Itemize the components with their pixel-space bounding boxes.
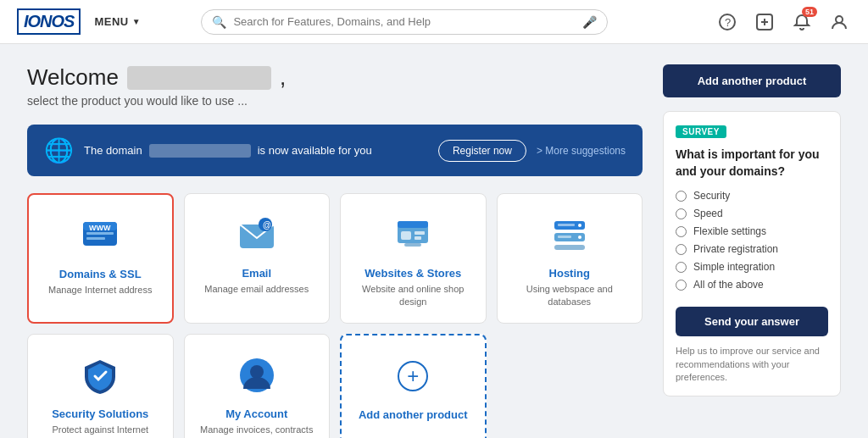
product-card-hosting[interactable]: Hosting Using webspace and databases bbox=[497, 193, 643, 324]
product-card-add[interactable]: + Add another product bbox=[340, 334, 487, 438]
product-card-domains-ssl[interactable]: WWW Domains & SSL Manage Internet addres… bbox=[27, 193, 174, 324]
product-card-account[interactable]: My Account Manage invoices, contracts an… bbox=[184, 334, 331, 438]
svg-rect-8 bbox=[86, 232, 114, 235]
survey-option-all[interactable]: All of the above bbox=[676, 279, 828, 291]
websites-icon bbox=[389, 211, 437, 258]
svg-rect-22 bbox=[554, 245, 585, 250]
add-product-title: Add another product bbox=[359, 408, 468, 421]
svg-point-5 bbox=[836, 16, 843, 23]
plus-circle-icon: + bbox=[398, 361, 428, 391]
survey-option-security[interactable]: Security bbox=[676, 190, 828, 202]
menu-label: MENU bbox=[94, 15, 128, 28]
survey-footer: Help us to improve our service and recom… bbox=[676, 345, 828, 384]
svg-rect-26 bbox=[558, 236, 571, 238]
search-bar: 🔍 🎤 bbox=[201, 9, 608, 35]
security-icon bbox=[76, 352, 124, 399]
product-desc-account: Manage invoices, contracts and account bbox=[195, 424, 320, 438]
product-desc-domains-ssl: Manage Internet address bbox=[48, 284, 152, 297]
svg-text:WWW: WWW bbox=[89, 224, 111, 232]
product-title-websites: Websites & Stores bbox=[364, 267, 461, 280]
header-icons: ? 51 bbox=[715, 10, 851, 34]
right-section: Add another product SURVEY What is impor… bbox=[663, 64, 841, 438]
survey-option-private[interactable]: Private registration bbox=[676, 243, 828, 255]
survey-badge: SURVEY bbox=[676, 125, 726, 138]
welcome-title: Welcome , bbox=[27, 64, 643, 91]
survey-radio-private[interactable] bbox=[676, 244, 687, 255]
username-blurred bbox=[127, 66, 271, 90]
notification-badge: 51 bbox=[802, 7, 817, 17]
survey-option-speed[interactable]: Speed bbox=[676, 208, 828, 219]
product-title-domains-ssl: Domains & SSL bbox=[59, 268, 142, 280]
survey-option-flexible[interactable]: Flexible settings bbox=[676, 225, 828, 237]
logo[interactable]: IONOS bbox=[17, 8, 81, 35]
hosting-icon bbox=[546, 211, 593, 258]
product-card-email[interactable]: @ Email Manage email addresses bbox=[184, 193, 331, 324]
product-title-email: Email bbox=[242, 267, 271, 280]
mic-icon[interactable]: 🎤 bbox=[582, 15, 597, 29]
svg-rect-25 bbox=[558, 224, 575, 226]
help-icon[interactable]: ? bbox=[715, 10, 739, 34]
search-icon: 🔍 bbox=[212, 15, 226, 29]
product-grid: WWW Domains & SSL Manage Internet addres… bbox=[27, 193, 643, 438]
send-answer-button[interactable]: Send your answer bbox=[676, 307, 828, 336]
domain-name-blurred bbox=[149, 144, 251, 158]
left-section: Welcome , select the product you would l… bbox=[27, 64, 643, 438]
welcome-section: Welcome , select the product you would l… bbox=[27, 64, 643, 108]
survey-question: What is important for you and your domai… bbox=[676, 147, 828, 180]
svg-rect-17 bbox=[415, 231, 425, 235]
search-input[interactable] bbox=[233, 15, 576, 28]
survey-option-simple[interactable]: Simple integration bbox=[676, 261, 828, 273]
svg-rect-15 bbox=[398, 221, 428, 228]
product-title-security: Security Solutions bbox=[52, 408, 148, 420]
chevron-down-icon: ▼ bbox=[132, 17, 141, 26]
svg-point-28 bbox=[250, 365, 264, 379]
email-icon: @ bbox=[233, 211, 281, 258]
survey-radio-simple[interactable] bbox=[676, 262, 687, 273]
svg-rect-19 bbox=[404, 243, 421, 247]
main-content: Welcome , select the product you would l… bbox=[0, 44, 868, 438]
add-another-product-button[interactable]: Add another product bbox=[663, 64, 841, 97]
svg-rect-9 bbox=[86, 237, 105, 240]
svg-text:?: ? bbox=[725, 16, 731, 29]
svg-rect-16 bbox=[401, 231, 411, 240]
domain-banner-text: The domain is now available for you bbox=[84, 144, 428, 158]
add-icon[interactable] bbox=[753, 10, 776, 34]
product-title-hosting: Hosting bbox=[549, 267, 590, 280]
product-desc-hosting: Using webspace and databases bbox=[508, 283, 632, 309]
svg-rect-18 bbox=[415, 236, 421, 240]
svg-point-23 bbox=[578, 224, 581, 227]
notification-icon[interactable]: 51 bbox=[790, 10, 814, 34]
menu-button[interactable]: MENU ▼ bbox=[94, 15, 141, 28]
product-desc-security: Protect against Internet threats bbox=[38, 424, 163, 438]
product-card-security[interactable]: Security Solutions Protect against Inter… bbox=[27, 334, 174, 438]
svg-text:@: @ bbox=[263, 220, 271, 230]
header: IONOS MENU ▼ 🔍 🎤 ? 51 bbox=[0, 0, 868, 44]
account-icon bbox=[233, 352, 281, 399]
welcome-subtitle: select the product you would like to use… bbox=[27, 94, 643, 108]
survey-card: SURVEY What is important for you and you… bbox=[663, 111, 841, 396]
more-suggestions-link[interactable]: > More suggestions bbox=[537, 145, 626, 157]
survey-radio-all[interactable] bbox=[676, 280, 687, 291]
user-icon[interactable] bbox=[827, 10, 851, 34]
product-desc-email: Manage email addresses bbox=[204, 283, 309, 296]
register-now-button[interactable]: Register now bbox=[438, 140, 526, 162]
product-desc-websites: Website and online shop design bbox=[351, 283, 476, 309]
survey-radio-flexible[interactable] bbox=[676, 226, 687, 237]
product-title-account: My Account bbox=[225, 408, 287, 420]
svg-point-24 bbox=[578, 236, 581, 239]
survey-radio-security[interactable] bbox=[676, 191, 687, 202]
domain-banner: 🌐 The domain is now available for you Re… bbox=[27, 125, 643, 176]
product-card-websites[interactable]: Websites & Stores Website and online sho… bbox=[340, 193, 487, 324]
survey-radio-speed[interactable] bbox=[676, 208, 687, 219]
add-product-icon: + bbox=[389, 352, 437, 400]
globe-icon: 🌐 bbox=[44, 136, 74, 164]
domains-ssl-icon: WWW bbox=[76, 212, 124, 259]
